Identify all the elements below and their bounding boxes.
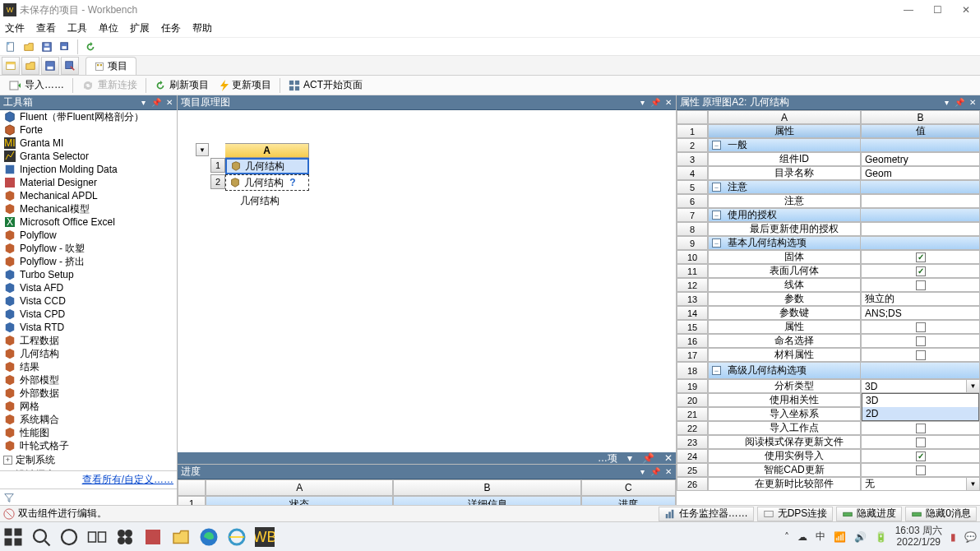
dropdown-option-2d[interactable]: 2D	[862, 407, 978, 420]
checkbox-read[interactable]	[916, 438, 926, 447]
toolbox-item[interactable]: Vista CPD	[0, 308, 177, 321]
prop-group-basic[interactable]: 9−基本几何结构选项	[677, 236, 980, 250]
prop-row[interactable]: 23阅读模式保存更新文件	[677, 435, 980, 449]
reconnect-cmd[interactable]: 重新连接	[76, 76, 142, 94]
toolbox-item[interactable]: Polyflow	[0, 229, 177, 242]
toolbox-item[interactable]: 工程数据	[0, 334, 177, 347]
checkbox-names[interactable]	[916, 336, 926, 346]
toolbox-item[interactable]: Polyflow - 挤出	[0, 255, 177, 268]
toolbar-btn-2[interactable]	[21, 57, 39, 75]
tray-up-icon[interactable]: ˄	[784, 531, 789, 543]
close-icon[interactable]: ✕	[663, 466, 674, 478]
toolbox-item[interactable]: Granta Selector	[0, 150, 177, 163]
sound-icon[interactable]: 🔊	[854, 531, 867, 543]
checkbox-attr[interactable]	[916, 322, 926, 332]
toolbox-item[interactable]: 性能图	[0, 426, 177, 439]
project-tab[interactable]: 项目	[86, 57, 136, 75]
analysis-type-dropdown[interactable]: 3D 2D	[862, 393, 979, 421]
toolbox-item[interactable]: 叶轮式格子	[0, 439, 177, 452]
checkbox-mat[interactable]	[916, 350, 926, 360]
menu-unit[interactable]: 单位	[99, 21, 118, 35]
workbench-taskbar-icon[interactable]: WB	[255, 527, 275, 547]
toolbox-item[interactable]: Material Designer	[0, 176, 177, 189]
new-icon[interactable]	[3, 39, 18, 54]
prop-row[interactable]: 11表面几何体	[677, 264, 980, 278]
dropdown-icon[interactable]: ▾	[941, 97, 952, 109]
dropdown-arrow-icon[interactable]: ▼	[966, 478, 979, 490]
save-icon[interactable]	[39, 39, 54, 54]
menu-view[interactable]: 查看	[36, 21, 56, 35]
saveas-icon[interactable]	[58, 39, 72, 54]
edge-icon[interactable]	[199, 527, 219, 547]
toolbox-item[interactable]: Turbo Setup	[0, 268, 177, 281]
pin-icon[interactable]: 📌	[150, 97, 162, 109]
clock[interactable]: 16:03 周六 2022/1/29	[895, 526, 942, 547]
maximize-button[interactable]: ☐	[933, 4, 942, 16]
pin-icon[interactable]: 📌	[649, 97, 661, 109]
cortana-icon[interactable]	[59, 527, 79, 547]
checkbox-surface[interactable]	[916, 266, 926, 276]
checkbox-line[interactable]	[916, 280, 926, 290]
toolbox-item[interactable]: 外部数据	[0, 387, 177, 400]
prop-row[interactable]: 16命名选择	[677, 334, 980, 348]
ime-icon[interactable]: 中	[816, 530, 825, 544]
checkbox-smart[interactable]	[916, 465, 926, 475]
toolbar-btn-3[interactable]	[41, 57, 59, 75]
toolbox-item[interactable]: Polyflow - 吹塑	[0, 242, 177, 255]
act-start-cmd[interactable]: ACT开始页面	[284, 76, 368, 94]
prop-row[interactable]: 14参数键ANS;DS	[677, 306, 980, 320]
refresh-project-cmd[interactable]: 刷新项目	[150, 76, 214, 94]
pin-icon[interactable]: 📌	[642, 452, 654, 464]
prop-row[interactable]: 12线体	[677, 278, 980, 292]
toolbox-item[interactable]: 结果	[0, 360, 177, 373]
hide-messages-button[interactable]: 隐藏0消息	[905, 507, 977, 521]
menu-help[interactable]: 帮助	[192, 21, 212, 35]
battery-icon[interactable]: 🔋	[875, 531, 887, 543]
open-icon[interactable]	[21, 39, 36, 54]
toolbox-item[interactable]: Mechanical模型	[0, 202, 177, 215]
close-icon[interactable]: ✕	[664, 452, 673, 464]
prop-row[interactable]: 26在更新时比较部件无▼	[677, 477, 980, 491]
schematic-area[interactable]: ▼ A 1 几何结构 2	[178, 110, 676, 452]
notification-icon[interactable]: 💬	[964, 531, 977, 543]
filter-bar[interactable]	[0, 488, 177, 505]
toolbox-item[interactable]: Vista RTD	[0, 321, 177, 334]
toolbar-btn-1[interactable]	[2, 57, 20, 75]
view-all-link[interactable]: 查看所有/自定义……	[82, 474, 173, 485]
app-icon-2[interactable]	[143, 527, 163, 547]
toolbox-item[interactable]: 几何结构	[0, 347, 177, 360]
checkbox-solid[interactable]	[916, 252, 926, 262]
search-icon[interactable]	[31, 527, 51, 547]
checkbox-inst[interactable]	[916, 451, 926, 461]
prop-row[interactable]: 13参数独立的	[677, 292, 980, 306]
close-icon[interactable]: ✕	[164, 97, 175, 109]
refresh-icon[interactable]	[83, 39, 98, 54]
task-monitor-button[interactable]: 任务监控器……	[659, 507, 754, 521]
toolbox-item[interactable]: 外部模型	[0, 373, 177, 387]
menu-ext[interactable]: 扩展	[130, 21, 150, 35]
tray-icon[interactable]: ▮	[950, 531, 956, 543]
update-project-cmd[interactable]: 更新项目	[215, 76, 276, 94]
close-icon[interactable]: ✕	[967, 97, 978, 109]
prop-row[interactable]: 15属性	[677, 320, 980, 334]
prop-group-advanced[interactable]: 18−高级几何结构选项	[677, 362, 980, 379]
toolbox-item[interactable]: XMicrosoft Office Excel	[0, 215, 177, 229]
system-row-1[interactable]: 1 几何结构	[210, 158, 309, 174]
menu-task[interactable]: 任务	[161, 21, 181, 35]
prop-group-note[interactable]: 5−注意	[677, 180, 980, 194]
onedrive-icon[interactable]: ☁	[797, 531, 807, 543]
hide-progress-button[interactable]: 隐藏进度	[836, 507, 902, 521]
toolbox-item[interactable]: Fluent（带Fluent网格剖分）	[0, 110, 177, 123]
prop-row-analysis-type[interactable]: 19分析类型 3D ▼ 3D 2D	[677, 379, 980, 393]
import-cmd[interactable]: 导入……	[3, 76, 69, 94]
toolbox-item[interactable]: 网格	[0, 400, 177, 413]
dropdown-icon[interactable]: ▾	[137, 97, 149, 109]
toolbox-item[interactable]: Injection Molding Data	[0, 163, 177, 176]
toolbox-item[interactable]: Vista AFD	[0, 281, 177, 294]
checkbox-wp[interactable]	[916, 424, 926, 433]
prop-row[interactable]: 24使用实例导入	[677, 449, 980, 463]
prop-row[interactable]: 25智能CAD更新	[677, 463, 980, 477]
dropdown-option-3d[interactable]: 3D	[862, 394, 978, 407]
toolbox-item[interactable]: Mechanical APDL	[0, 189, 177, 202]
system-row-2[interactable]: 2 几何结构 ?	[210, 174, 309, 191]
